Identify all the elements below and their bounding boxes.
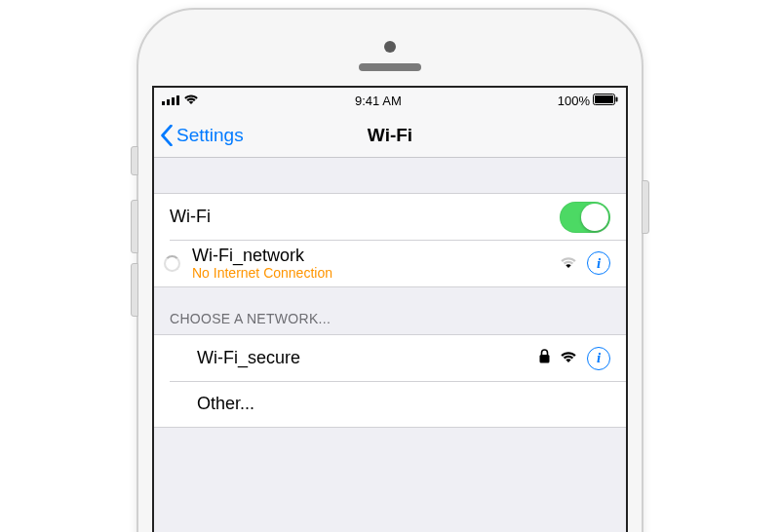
volume-down-button [131, 263, 138, 317]
loading-spinner-icon [164, 255, 180, 272]
network-row-wifi-secure[interactable]: Wi-Fi_secure i [154, 334, 626, 381]
connected-network-row[interactable]: Wi-Fi_network No Internet Connection i [154, 240, 626, 287]
power-button [642, 180, 649, 234]
info-icon[interactable]: i [587, 347, 610, 370]
page-title: Wi-Fi [368, 125, 412, 146]
other-label: Other... [170, 394, 254, 414]
status-bar: 9:41 AM 100% [154, 88, 626, 113]
wifi-signal-icon [560, 348, 577, 368]
wifi-signal-weak-icon [560, 253, 577, 274]
svg-rect-5 [595, 95, 613, 103]
mute-switch [131, 146, 138, 175]
battery-icon [593, 94, 618, 108]
connected-network-status: No Internet Connection [192, 266, 332, 281]
nav-bar: Settings Wi-Fi [154, 113, 626, 158]
svg-rect-1 [167, 99, 170, 105]
network-name: Wi-Fi_secure [170, 348, 300, 368]
svg-rect-7 [540, 355, 550, 363]
svg-rect-6 [615, 96, 617, 101]
back-button[interactable]: Settings [160, 113, 244, 157]
chevron-left-icon [160, 125, 174, 146]
screen: 9:41 AM 100% Settings Wi-Fi Wi-Fi Wi-F [152, 86, 628, 532]
svg-rect-0 [162, 101, 165, 105]
other-network-row[interactable]: Other... [154, 381, 626, 428]
svg-rect-3 [176, 95, 179, 105]
cellular-signal-icon [162, 94, 179, 108]
wifi-toggle-label: Wi-Fi [170, 207, 211, 227]
svg-rect-2 [172, 97, 175, 105]
battery-percent: 100% [558, 94, 590, 108]
phone-speaker [359, 63, 421, 71]
front-camera [384, 41, 396, 53]
wifi-status-icon [183, 94, 199, 108]
back-label: Settings [176, 125, 244, 146]
info-icon[interactable]: i [587, 251, 610, 275]
phone-frame: 9:41 AM 100% Settings Wi-Fi Wi-Fi Wi-F [136, 8, 644, 532]
lock-icon [539, 348, 550, 368]
volume-up-button [131, 200, 138, 253]
wifi-toggle[interactable] [560, 202, 610, 233]
status-time: 9:41 AM [355, 94, 402, 108]
connected-network-name: Wi-Fi_network [192, 246, 332, 266]
choose-network-header: CHOOSE A NETWORK... [154, 287, 626, 334]
section-gap [154, 158, 626, 193]
wifi-toggle-row[interactable]: Wi-Fi [154, 193, 626, 240]
